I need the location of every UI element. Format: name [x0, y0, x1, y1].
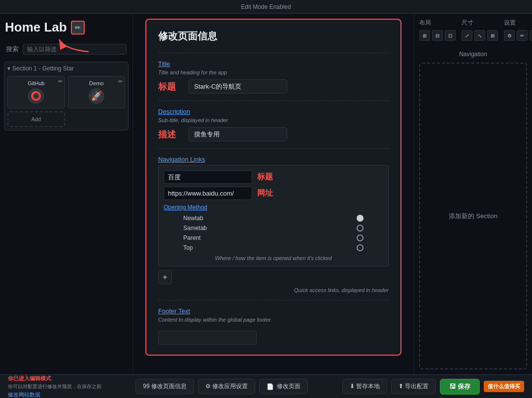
section-toggle[interactable]: ▾ [7, 65, 10, 72]
home-edit-button[interactable]: ✏ [71, 21, 85, 34]
radio-sametab-label: Sametab [183, 225, 207, 232]
nav-link-url-input[interactable] [164, 187, 252, 200]
section-container: ▾ Section 1 - Getting Star ✏ GitHub ⭕ ✏ … [4, 62, 129, 131]
footer-section: Footer Text Content to display within th… [158, 300, 389, 345]
title-input[interactable] [189, 79, 287, 94]
radio-sametab-dot[interactable] [357, 225, 364, 232]
section-cards: ✏ GitHub ⭕ ✏ Demo 🚀 Add [7, 76, 125, 127]
radio-top-label: Top [183, 244, 193, 251]
modify-app-settings-button[interactable]: ⚙ 修改应用设置 [198, 379, 255, 394]
radio-parent-dot[interactable] [357, 234, 364, 241]
modify-page-info-button[interactable]: 99 修改页面信息 [135, 379, 194, 394]
title-field-label: 标题 [158, 81, 183, 93]
navigation-links-label: Navigation Links [158, 156, 389, 163]
footer-input[interactable] [158, 331, 257, 345]
opening-method-label: Opening Method [164, 204, 383, 211]
nav-link-url-label: 网址 [257, 188, 282, 199]
section-title-row: ▾ Section 1 - Getting Star [7, 65, 125, 72]
save-local-label: ⬇ 暂存本地 [350, 382, 380, 391]
section-title: Section 1 - Getting Star [12, 65, 74, 72]
demo-icon: 🚀 [89, 88, 104, 104]
size-icons: ⤢ ⤡ ⊞ [462, 30, 498, 41]
export-button[interactable]: ⬆ 导出配置 [391, 379, 436, 394]
edit-mode-hint: 你可以对配置进行修改并预览，在保存之前 [8, 383, 101, 390]
settings-icon-2[interactable]: ✏ [517, 30, 528, 41]
size-icon-3[interactable]: ⊞ [487, 30, 498, 41]
top-bar: Edit Mode Enabled [0, 0, 532, 14]
radio-parent: Parent [164, 233, 383, 242]
size-icon-2[interactable]: ⤡ [474, 30, 485, 41]
settings-icons: ⚙ ✏ ☰ [504, 30, 532, 41]
panel-controls: 布局 ⊞ ⊟ ⊡ 尺寸 ⤢ ⤡ ⊞ 设置 ⚙ ✏ [419, 19, 527, 41]
app-card-github: ✏ GitHub ⭕ [7, 76, 65, 108]
modify-page-text: 修改页面 [277, 382, 300, 391]
description-field-row: 描述 [158, 127, 389, 141]
app-card-github-name: GitHub [28, 80, 44, 86]
app-card-demo: ✏ Demo 🚀 [68, 76, 126, 108]
description-section: Description Sub-title, displayed in head… [158, 100, 389, 141]
settings-icon-1[interactable]: ⚙ [504, 30, 515, 41]
edit-data-label: 修改网站数据 [8, 391, 101, 398]
layout-icon-3[interactable]: ⊡ [445, 30, 456, 41]
radio-newtab-label: Newtab [183, 215, 203, 222]
title-field-row: 标题 [158, 79, 389, 94]
size-group: 尺寸 ⤢ ⤡ ⊞ [462, 19, 498, 41]
add-link-button[interactable]: + [158, 270, 172, 284]
nav-link-name-label: 标题 [257, 172, 282, 182]
nav-link-name-input[interactable] [164, 170, 252, 184]
radio-newtab: Newtab [164, 214, 383, 223]
bottom-actions-right: ⬇ 暂存本地 ⬆ 导出配置 🖫 保存 值什么值得买 [342, 379, 524, 395]
layout-icon-1[interactable]: ⊞ [419, 30, 430, 41]
size-icon-1[interactable]: ⤢ [462, 30, 472, 41]
modify-page-button[interactable]: 📄 修改页面 [259, 379, 308, 394]
modify-app-settings-label: ⚙ 修改应用设置 [205, 382, 248, 391]
settings-group: 设置 ⚙ ✏ ☰ ✕ [504, 19, 532, 41]
zhihu-badge: 值什么值得买 [484, 381, 524, 392]
save-button[interactable]: 🖫 保存 [440, 379, 480, 395]
layout-label: 布局 [419, 19, 456, 27]
description-field-label: 描述 [158, 129, 183, 140]
bottom-left: 你已进入编辑模式 你可以对配置进行修改并预览，在保存之前 修改网站数据 [8, 375, 101, 398]
modal-title: 修改页面信息 [158, 30, 389, 43]
app-card-demo-name: Demo [89, 80, 103, 86]
search-bar: 搜索 [4, 41, 129, 58]
title-section-hint: Title and heading for the app [158, 69, 389, 75]
bottom-bar: 你已进入编辑模式 你可以对配置进行修改并预览，在保存之前 修改网站数据 99 修… [0, 374, 532, 398]
github-edit-button[interactable]: ✏ [58, 78, 63, 85]
title-section-label: Title [158, 60, 389, 67]
title-section: Title Title and heading for the app 标题 [158, 53, 389, 94]
main-content: 修改页面信息 Title Title and heading for the a… [133, 14, 414, 374]
radio-top-dot[interactable] [357, 244, 364, 251]
search-input[interactable] [23, 44, 127, 55]
edit-page-modal: 修改页面信息 Title Title and heading for the a… [145, 19, 401, 356]
main-layout: Home Lab ✏ 搜索 ▾ Section 1 - Gettin [0, 14, 532, 374]
settings-label: 设置 [504, 19, 532, 27]
radio-newtab-dot[interactable] [357, 215, 364, 222]
nav-link-name-row: 标题 [164, 170, 383, 184]
sidebar: Home Lab ✏ 搜索 ▾ Section 1 - Gettin [0, 14, 133, 374]
save-label: 🖫 保存 [449, 382, 470, 391]
add-card-button[interactable]: Add [7, 111, 65, 127]
layout-group: 布局 ⊞ ⊟ ⊡ [419, 19, 456, 41]
navigation-links-section: Navigation Links 标题 网址 Ope [158, 148, 389, 293]
modify-page-info-label: 99 修改页面信息 [143, 382, 187, 391]
modify-page-label: 📄 [266, 383, 274, 390]
home-title: Home Lab [5, 20, 67, 35]
layout-icon-2[interactable]: ⊟ [432, 30, 443, 41]
home-title-row: Home Lab ✏ [4, 18, 129, 37]
settings-icon-3[interactable]: ☰ [530, 30, 532, 41]
opening-method: Opening Method Newtab Sametab Parent [164, 204, 383, 261]
layout-icons: ⊞ ⊟ ⊡ [419, 30, 456, 41]
modal-overlay: 修改页面信息 Title Title and heading for the a… [133, 14, 414, 374]
export-label: ⬆ 导出配置 [399, 382, 429, 391]
nav-link-url-row: 网址 [164, 187, 383, 200]
save-local-button[interactable]: ⬇ 暂存本地 [342, 379, 387, 394]
top-bar-title: Edit Mode Enabled [241, 3, 291, 10]
footer-hint: Content to display within the global pag… [158, 317, 389, 323]
add-section-area[interactable]: 添加新的 Section [419, 63, 527, 369]
description-section-label: Description [158, 108, 389, 115]
radio-top: Top [164, 243, 383, 252]
description-input[interactable] [189, 127, 287, 141]
demo-edit-button[interactable]: ✏ [118, 78, 123, 85]
search-label: 搜索 [6, 45, 19, 54]
